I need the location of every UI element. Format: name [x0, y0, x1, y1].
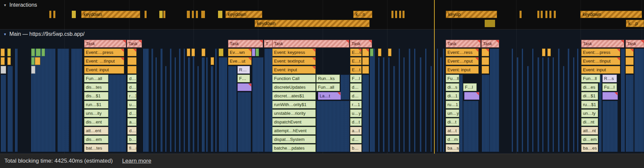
flame-bar[interactable]: Event: input: [581, 66, 620, 74]
flame-bar[interactable]: d…: [127, 83, 137, 91]
flame-sliver[interactable]: [482, 49, 489, 56]
flame-sliver[interactable]: [482, 66, 489, 74]
flame-sliver[interactable]: [35, 57, 40, 65]
flame-bar[interactable]: uns…ity: [84, 109, 108, 117]
flame-bar[interactable]: d…m: [446, 136, 459, 143]
flame-bar[interactable]: r…1: [350, 101, 362, 108]
interaction-bar[interactable]: [192, 11, 194, 18]
dense-js-frames[interactable]: [202, 57, 205, 152]
flame-sliver[interactable]: [192, 49, 195, 56]
interaction-bar[interactable]: [537, 11, 539, 18]
flame-bar[interactable]: Fun…ll: [581, 75, 600, 82]
dense-js-frames[interactable]: [383, 57, 385, 152]
dense-js-frames[interactable]: [316, 101, 350, 152]
flame-bar[interactable]: E…t: [350, 57, 362, 65]
dense-js-frames[interactable]: [170, 49, 172, 152]
dense-js-frames[interactable]: [568, 49, 570, 152]
flame-sliver[interactable]: [1, 57, 5, 65]
interaction-bar[interactable]: [554, 11, 556, 18]
dense-js-frames[interactable]: [430, 66, 432, 152]
flame-sliver[interactable]: [626, 66, 634, 74]
flame-bar[interactable]: Event: keypress: [272, 49, 316, 56]
interaction-bar[interactable]: [159, 11, 163, 18]
dense-js-frames[interactable]: [563, 66, 565, 152]
main-track-header[interactable]: ▼ Main — https://9sr5wp.csb.app/: [3, 31, 85, 37]
interaction-bar[interactable]: [163, 11, 165, 18]
dense-js-frames[interactable]: [370, 49, 375, 152]
dense-js-frames[interactable]: [219, 57, 227, 152]
dense-js-frames[interactable]: [206, 57, 208, 152]
dense-js-frames[interactable]: [160, 49, 163, 152]
flame-sliver[interactable]: [626, 49, 634, 56]
dense-js-frames[interactable]: [414, 49, 416, 152]
dense-js-frames[interactable]: [547, 57, 549, 152]
dense-js-frames[interactable]: [197, 66, 199, 152]
dense-js-frames[interactable]: [490, 49, 499, 152]
interaction-bar[interactable]: [520, 11, 522, 18]
flame-bar[interactable]: E…s: [350, 49, 362, 56]
flame-bar[interactable]: Task: [581, 40, 624, 48]
interaction-bar[interactable]: [201, 11, 205, 18]
flame-bar[interactable]: bat…tes: [84, 144, 108, 152]
dense-js-frames[interactable]: [517, 57, 519, 152]
dense-js-frames[interactable]: [463, 101, 479, 152]
flame-sliver[interactable]: [1, 49, 5, 56]
flame-bar[interactable]: F…: [237, 75, 250, 82]
flame-bar[interactable]: b…: [350, 144, 362, 152]
dense-js-frames[interactable]: [143, 49, 149, 152]
flame-bar[interactable]: Task: [481, 40, 499, 48]
interaction-bar[interactable]: keydown: [225, 11, 262, 18]
flame-sliver[interactable]: [211, 57, 214, 65]
flame-bar[interactable]: unstable…riority: [272, 109, 316, 117]
flame-bar[interactable]: di…em: [581, 136, 598, 143]
dense-js-frames[interactable]: [388, 57, 390, 152]
flame-bar[interactable]: dispatchEvent: [272, 118, 316, 126]
flame-bar[interactable]: Task: [228, 40, 263, 48]
flame-bar[interactable]: attempt…hEvent: [272, 127, 316, 135]
dense-js-frames[interactable]: [264, 49, 273, 152]
flame-bar[interactable]: R…s: [602, 75, 617, 82]
flame-bar[interactable]: d…: [127, 75, 137, 82]
interaction-bar[interactable]: [545, 11, 547, 18]
dense-js-frames[interactable]: [155, 57, 157, 152]
flame-bar[interactable]: b…: [127, 136, 137, 143]
flame-sliver[interactable]: [362, 66, 369, 74]
dense-js-frames[interactable]: [193, 49, 195, 152]
flame-bar[interactable]: d…t: [127, 109, 137, 117]
flame-sliver[interactable]: [362, 57, 369, 65]
dense-js-frames[interactable]: [237, 92, 251, 152]
dense-js-frames[interactable]: [522, 49, 523, 152]
flame-bar[interactable]: Event:…nput: [446, 57, 479, 65]
flame-bar[interactable]: Event: input: [84, 66, 124, 74]
dense-js-frames[interactable]: [626, 75, 634, 152]
interaction-bar[interactable]: [399, 11, 401, 18]
flame-bar[interactable]: runWith…ority$1: [272, 101, 316, 108]
flame-sliver[interactable]: [378, 49, 381, 56]
dense-js-frames[interactable]: [378, 57, 380, 152]
flame-bar[interactable]: Task: [626, 40, 644, 48]
flame-sliver[interactable]: [202, 49, 205, 56]
flame-bar[interactable]: discret…ates$1: [272, 92, 316, 100]
dense-js-frames[interactable]: [621, 49, 625, 152]
flame-bar[interactable]: ba…s: [446, 144, 459, 152]
flame-sliver[interactable]: [370, 49, 373, 56]
interaction-bar[interactable]: [391, 11, 393, 18]
flame-bar[interactable]: E…t: [350, 66, 362, 74]
flame-sliver[interactable]: [1, 66, 6, 74]
dense-js-frames[interactable]: [527, 66, 529, 152]
dense-js-frames[interactable]: [211, 66, 213, 152]
flame-bar[interactable]: di…nt: [581, 118, 598, 126]
interaction-bar[interactable]: [187, 11, 190, 18]
dense-js-frames[interactable]: [537, 57, 539, 152]
flame-bar[interactable]: di…s: [446, 83, 459, 91]
flame-bar[interactable]: ru…1: [446, 101, 459, 108]
flame-sliver[interactable]: [127, 57, 137, 65]
collapse-triangle-icon[interactable]: ▼: [3, 3, 7, 7]
flame-sliver[interactable]: [31, 57, 35, 65]
flame-bar[interactable]: d…: [350, 136, 362, 143]
dense-js-frames[interactable]: [558, 49, 560, 152]
flame-bar[interactable]: ru…$1: [581, 101, 598, 108]
interaction-bar[interactable]: keydown: [81, 11, 140, 18]
flame-bar[interactable]: dispat…System: [272, 136, 316, 143]
dense-js-frames[interactable]: [340, 75, 350, 100]
